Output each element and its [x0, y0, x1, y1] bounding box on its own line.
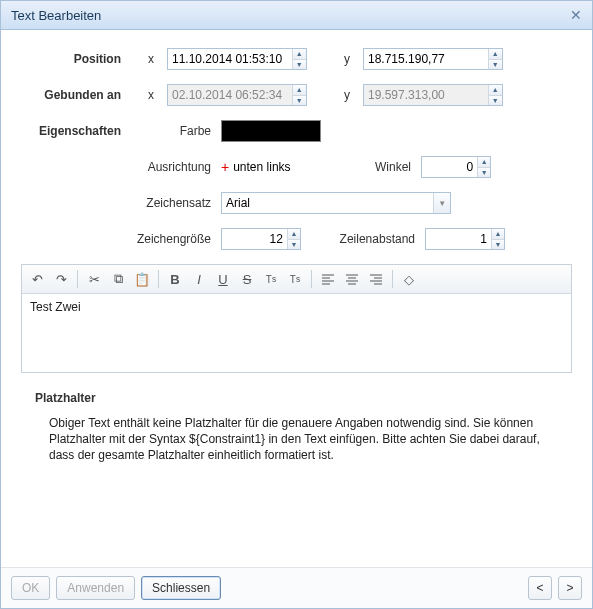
font-combo[interactable]: ▼: [221, 192, 451, 214]
align-left-icon[interactable]: [317, 268, 339, 290]
underline-icon[interactable]: U: [212, 268, 234, 290]
strike-icon[interactable]: S: [236, 268, 258, 290]
align-value-display[interactable]: + unten links: [221, 160, 341, 174]
superscript-icon[interactable]: Ts: [284, 268, 306, 290]
spin-up-icon[interactable]: ▲: [492, 229, 504, 240]
text-editor: ↶ ↷ ✂ ⧉ 📋 B I U S Ts Ts ◇ Test Zwei: [21, 264, 572, 373]
position-y-spinner[interactable]: ▲ ▼: [363, 48, 503, 70]
size-label: Zeichengröße: [121, 232, 221, 246]
editor-toolbar: ↶ ↷ ✂ ⧉ 📋 B I U S Ts Ts ◇: [22, 265, 571, 294]
cut-icon[interactable]: ✂: [83, 268, 105, 290]
spin-up-icon[interactable]: ▲: [293, 49, 306, 60]
separator: [311, 270, 312, 288]
prev-button[interactable]: <: [528, 576, 552, 600]
ok-button[interactable]: OK: [11, 576, 50, 600]
spin-down-icon[interactable]: ▼: [489, 60, 502, 70]
editor-textarea[interactable]: Test Zwei: [22, 294, 571, 372]
spin-up-icon[interactable]: ▲: [489, 49, 502, 60]
separator: [77, 270, 78, 288]
spinner-buttons: ▲ ▼: [477, 157, 490, 177]
placeholder-text: Obiger Text enthält keine Platzhalter fü…: [49, 415, 552, 464]
footer: OK Anwenden Schliessen < >: [1, 567, 592, 608]
copy-icon[interactable]: ⧉: [107, 268, 129, 290]
align-label: Ausrichtung: [141, 160, 221, 174]
spinner-buttons: ▲ ▼: [488, 85, 502, 105]
placeholder-heading: Platzhalter: [35, 391, 572, 405]
spin-down-icon[interactable]: ▼: [478, 168, 490, 178]
props-font-row: Zeichensatz ▼: [21, 192, 572, 214]
spinner-buttons: ▲ ▼: [488, 49, 502, 69]
next-button[interactable]: >: [558, 576, 582, 600]
size-spinner[interactable]: ▲ ▼: [221, 228, 301, 250]
spin-up-icon[interactable]: ▲: [478, 157, 490, 168]
bound-x-input: [168, 85, 292, 105]
apply-button[interactable]: Anwenden: [56, 576, 135, 600]
spin-up-icon[interactable]: ▲: [489, 85, 502, 96]
spin-down-icon[interactable]: ▼: [489, 96, 502, 106]
bold-icon[interactable]: B: [164, 268, 186, 290]
bound-x-spinner[interactable]: ▲ ▼: [167, 84, 307, 106]
spinner-buttons: ▲ ▼: [292, 85, 306, 105]
dropdown-icon[interactable]: ▼: [433, 193, 450, 213]
angle-label: Winkel: [361, 160, 421, 174]
spin-up-icon[interactable]: ▲: [288, 229, 300, 240]
spin-down-icon[interactable]: ▼: [288, 240, 300, 250]
undo-icon[interactable]: ↶: [26, 268, 48, 290]
close-button[interactable]: Schliessen: [141, 576, 221, 600]
bound-y-spinner[interactable]: ▲ ▼: [363, 84, 503, 106]
clear-format-icon[interactable]: ◇: [398, 268, 420, 290]
align-right-icon[interactable]: [365, 268, 387, 290]
spinner-buttons: ▲ ▼: [287, 229, 300, 249]
spinner-buttons: ▲ ▼: [292, 49, 306, 69]
position-y-label: y: [337, 52, 357, 66]
linespace-input[interactable]: [426, 229, 491, 249]
spin-up-icon[interactable]: ▲: [293, 85, 306, 96]
angle-spinner[interactable]: ▲ ▼: [421, 156, 491, 178]
titlebar: Text Bearbeiten ✕: [1, 1, 592, 30]
dialog-title: Text Bearbeiten: [11, 8, 101, 23]
angle-input[interactable]: [422, 157, 477, 177]
linespace-spinner[interactable]: ▲ ▼: [425, 228, 505, 250]
props-align-row: Ausrichtung + unten links Winkel ▲ ▼: [21, 156, 572, 178]
font-label: Zeichensatz: [141, 196, 221, 210]
bound-row: Gebunden an x ▲ ▼ y ▲ ▼: [21, 84, 572, 106]
position-row: Position x ▲ ▼ y ▲ ▼: [21, 48, 572, 70]
separator: [392, 270, 393, 288]
size-input[interactable]: [222, 229, 287, 249]
origin-cross-icon: +: [221, 160, 229, 174]
bound-label: Gebunden an: [21, 88, 141, 102]
color-label: Farbe: [141, 124, 221, 138]
align-value: unten links: [233, 160, 290, 174]
dialog: Text Bearbeiten ✕ Position x ▲ ▼ y ▲ ▼: [0, 0, 593, 609]
align-center-icon[interactable]: [341, 268, 363, 290]
italic-icon[interactable]: I: [188, 268, 210, 290]
position-x-label: x: [141, 52, 161, 66]
redo-icon[interactable]: ↷: [50, 268, 72, 290]
bound-y-input: [364, 85, 488, 105]
props-color-row: Eigenschaften Farbe: [21, 120, 572, 142]
color-swatch[interactable]: [221, 120, 321, 142]
bound-y-label: y: [337, 88, 357, 102]
paste-icon[interactable]: 📋: [131, 268, 153, 290]
position-y-input[interactable]: [364, 49, 488, 69]
close-icon[interactable]: ✕: [570, 7, 582, 23]
position-x-input[interactable]: [168, 49, 292, 69]
content-area: Position x ▲ ▼ y ▲ ▼ Gebunden an x: [1, 30, 592, 567]
font-input[interactable]: [222, 193, 433, 213]
spin-down-icon[interactable]: ▼: [293, 60, 306, 70]
props-section-label: Eigenschaften: [21, 124, 141, 138]
separator: [158, 270, 159, 288]
bound-x-label: x: [141, 88, 161, 102]
position-label: Position: [21, 52, 141, 66]
subscript-icon[interactable]: Ts: [260, 268, 282, 290]
spin-down-icon[interactable]: ▼: [492, 240, 504, 250]
spin-down-icon[interactable]: ▼: [293, 96, 306, 106]
props-size-row: Zeichengröße ▲ ▼ Zeilenabstand ▲ ▼: [21, 228, 572, 250]
linespace-label: Zeilenabstand: [325, 232, 425, 246]
spinner-buttons: ▲ ▼: [491, 229, 504, 249]
position-x-spinner[interactable]: ▲ ▼: [167, 48, 307, 70]
